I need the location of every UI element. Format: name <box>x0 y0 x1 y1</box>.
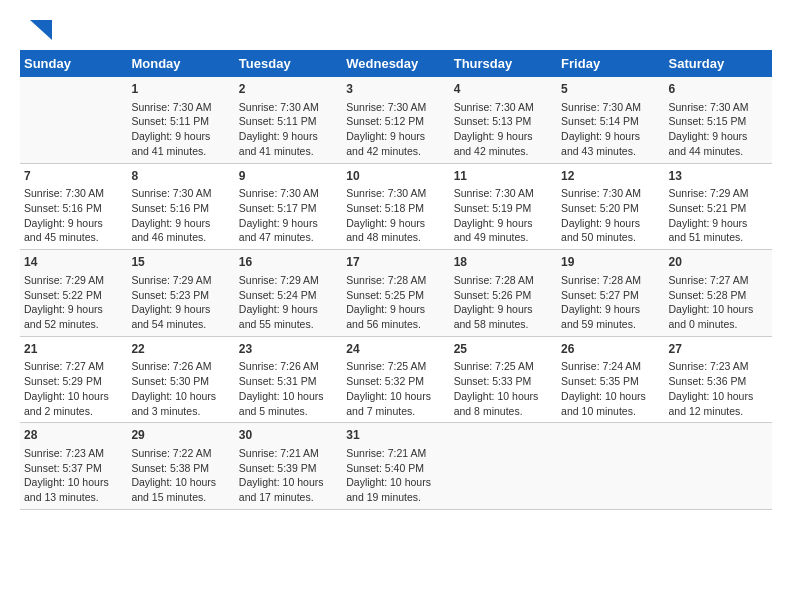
calendar-cell <box>450 423 557 510</box>
cell-info-line: and 45 minutes. <box>24 230 123 245</box>
calendar-cell: 26Sunrise: 7:24 AMSunset: 5:35 PMDayligh… <box>557 336 664 423</box>
cell-info-line: Daylight: 10 hours <box>131 389 230 404</box>
cell-info-line: Sunrise: 7:30 AM <box>346 100 445 115</box>
cell-info-line: Sunset: 5:20 PM <box>561 201 660 216</box>
cell-info-line: Daylight: 10 hours <box>561 389 660 404</box>
day-number: 24 <box>346 341 445 358</box>
cell-info-line: Sunset: 5:12 PM <box>346 114 445 129</box>
cell-info-line: Sunrise: 7:28 AM <box>561 273 660 288</box>
cell-info-line: Daylight: 10 hours <box>24 389 123 404</box>
cell-info-line: Sunset: 5:15 PM <box>669 114 768 129</box>
cell-info-line: Sunrise: 7:23 AM <box>669 359 768 374</box>
day-number: 27 <box>669 341 768 358</box>
cell-info-line: Sunrise: 7:30 AM <box>454 186 553 201</box>
cell-info-line: Sunset: 5:25 PM <box>346 288 445 303</box>
logo-icon <box>22 20 52 40</box>
cell-info-line: Sunrise: 7:29 AM <box>24 273 123 288</box>
day-number: 3 <box>346 81 445 98</box>
cell-info-line: Sunset: 5:13 PM <box>454 114 553 129</box>
cell-info-line: Sunrise: 7:30 AM <box>669 100 768 115</box>
cell-info-line: Sunrise: 7:25 AM <box>346 359 445 374</box>
calendar-cell: 21Sunrise: 7:27 AMSunset: 5:29 PMDayligh… <box>20 336 127 423</box>
cell-info-line: Sunrise: 7:22 AM <box>131 446 230 461</box>
cell-info-line: Sunrise: 7:30 AM <box>454 100 553 115</box>
calendar-cell: 7Sunrise: 7:30 AMSunset: 5:16 PMDaylight… <box>20 163 127 250</box>
cell-info-line: Daylight: 9 hours <box>454 216 553 231</box>
cell-info-line: Sunrise: 7:21 AM <box>346 446 445 461</box>
cell-info-line: and 42 minutes. <box>346 144 445 159</box>
calendar-cell: 29Sunrise: 7:22 AMSunset: 5:38 PMDayligh… <box>127 423 234 510</box>
day-number: 28 <box>24 427 123 444</box>
cell-info-line: Sunrise: 7:30 AM <box>24 186 123 201</box>
cell-info-line: Sunrise: 7:29 AM <box>669 186 768 201</box>
cell-info-line: Sunrise: 7:27 AM <box>24 359 123 374</box>
cell-info-line: Sunrise: 7:27 AM <box>669 273 768 288</box>
cell-info-line: Sunrise: 7:25 AM <box>454 359 553 374</box>
day-number: 12 <box>561 168 660 185</box>
day-number: 23 <box>239 341 338 358</box>
cell-info-line: Daylight: 9 hours <box>24 302 123 317</box>
cell-info-line: and 48 minutes. <box>346 230 445 245</box>
cell-info-line: and 5 minutes. <box>239 404 338 419</box>
day-number: 9 <box>239 168 338 185</box>
cell-info-line: Sunrise: 7:24 AM <box>561 359 660 374</box>
day-number: 11 <box>454 168 553 185</box>
cell-info-line: and 3 minutes. <box>131 404 230 419</box>
day-number: 26 <box>561 341 660 358</box>
cell-info-line: Sunset: 5:39 PM <box>239 461 338 476</box>
cell-info-line: and 19 minutes. <box>346 490 445 505</box>
weekday-header-wednesday: Wednesday <box>342 50 449 77</box>
day-number: 17 <box>346 254 445 271</box>
cell-info-line: and 41 minutes. <box>239 144 338 159</box>
weekday-header-saturday: Saturday <box>665 50 772 77</box>
calendar-cell <box>665 423 772 510</box>
calendar-week-row: 28Sunrise: 7:23 AMSunset: 5:37 PMDayligh… <box>20 423 772 510</box>
cell-info-line: Sunrise: 7:30 AM <box>561 100 660 115</box>
calendar-cell: 15Sunrise: 7:29 AMSunset: 5:23 PMDayligh… <box>127 250 234 337</box>
day-number: 22 <box>131 341 230 358</box>
calendar-table: SundayMondayTuesdayWednesdayThursdayFrid… <box>20 50 772 510</box>
cell-info-line: and 44 minutes. <box>669 144 768 159</box>
cell-info-line: Daylight: 9 hours <box>669 216 768 231</box>
day-number: 14 <box>24 254 123 271</box>
cell-info-line: Sunrise: 7:28 AM <box>346 273 445 288</box>
cell-info-line: Daylight: 9 hours <box>131 302 230 317</box>
cell-info-line: Sunrise: 7:21 AM <box>239 446 338 461</box>
cell-info-line: Sunset: 5:19 PM <box>454 201 553 216</box>
cell-info-line: Sunrise: 7:26 AM <box>239 359 338 374</box>
day-number: 25 <box>454 341 553 358</box>
cell-info-line: Sunset: 5:27 PM <box>561 288 660 303</box>
cell-info-line: Daylight: 9 hours <box>669 129 768 144</box>
cell-info-line: Sunrise: 7:30 AM <box>131 186 230 201</box>
cell-info-line: Sunset: 5:22 PM <box>24 288 123 303</box>
calendar-cell: 31Sunrise: 7:21 AMSunset: 5:40 PMDayligh… <box>342 423 449 510</box>
cell-info-line: Sunset: 5:11 PM <box>239 114 338 129</box>
cell-info-line: Sunrise: 7:30 AM <box>239 186 338 201</box>
day-number: 6 <box>669 81 768 98</box>
cell-info-line: Sunset: 5:29 PM <box>24 374 123 389</box>
calendar-cell: 23Sunrise: 7:26 AMSunset: 5:31 PMDayligh… <box>235 336 342 423</box>
cell-info-line: Daylight: 9 hours <box>346 216 445 231</box>
day-number: 15 <box>131 254 230 271</box>
cell-info-line: and 51 minutes. <box>669 230 768 245</box>
cell-info-line: Sunrise: 7:23 AM <box>24 446 123 461</box>
cell-info-line: and 8 minutes. <box>454 404 553 419</box>
day-number: 29 <box>131 427 230 444</box>
cell-info-line: and 50 minutes. <box>561 230 660 245</box>
weekday-header-friday: Friday <box>557 50 664 77</box>
calendar-cell: 12Sunrise: 7:30 AMSunset: 5:20 PMDayligh… <box>557 163 664 250</box>
day-number: 13 <box>669 168 768 185</box>
cell-info-line: and 46 minutes. <box>131 230 230 245</box>
cell-info-line: Sunset: 5:21 PM <box>669 201 768 216</box>
cell-info-line: and 58 minutes. <box>454 317 553 332</box>
cell-info-line: Sunrise: 7:26 AM <box>131 359 230 374</box>
calendar-cell: 8Sunrise: 7:30 AMSunset: 5:16 PMDaylight… <box>127 163 234 250</box>
cell-info-line: Sunset: 5:36 PM <box>669 374 768 389</box>
calendar-cell: 16Sunrise: 7:29 AMSunset: 5:24 PMDayligh… <box>235 250 342 337</box>
cell-info-line: and 49 minutes. <box>454 230 553 245</box>
cell-info-line: Sunset: 5:38 PM <box>131 461 230 476</box>
calendar-cell: 6Sunrise: 7:30 AMSunset: 5:15 PMDaylight… <box>665 77 772 163</box>
cell-info-line: Daylight: 9 hours <box>454 129 553 144</box>
calendar-week-row: 7Sunrise: 7:30 AMSunset: 5:16 PMDaylight… <box>20 163 772 250</box>
cell-info-line: and 47 minutes. <box>239 230 338 245</box>
